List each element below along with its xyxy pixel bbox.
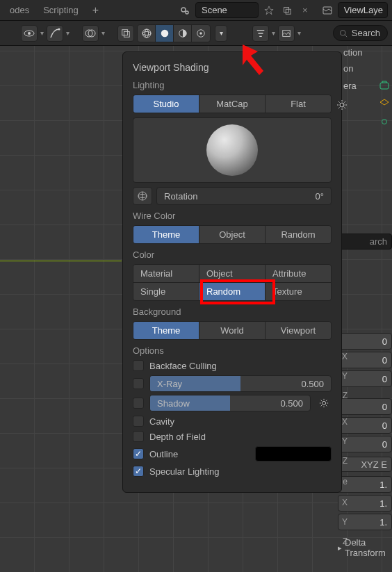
svg-point-27 [382, 120, 387, 124]
outline-color-swatch[interactable] [255, 446, 332, 461]
svg-rect-3 [286, 9, 291, 14]
wirecolor-theme-button[interactable]: Theme [133, 226, 199, 243]
axis-label: X [342, 352, 348, 361]
overlay-toggle[interactable] [82, 25, 99, 42]
svg-point-15 [161, 29, 168, 37]
axis-label: X [342, 417, 348, 427]
lighting-section-label: Lighting [133, 80, 332, 90]
filter-icon[interactable] [252, 25, 269, 42]
rotation-field[interactable]: Rotation 0° [156, 187, 332, 205]
lighting-studio-button[interactable]: Studio [133, 95, 199, 113]
axis-label: Y [342, 371, 348, 381]
color-random-button[interactable]: Random [199, 283, 266, 300]
mesh-icon[interactable] [378, 97, 391, 110]
xray-checkbox[interactable] [133, 378, 144, 389]
color-material-button[interactable]: Material [133, 265, 199, 283]
svg-point-6 [28, 32, 31, 35]
dof-checkbox[interactable] [133, 431, 144, 442]
wirecolor-object-button[interactable]: Object [199, 226, 266, 243]
preview-sphere [206, 124, 258, 176]
viewlayer-select[interactable]: ViewLaye [338, 2, 388, 18]
viewlayer-icon[interactable] [320, 3, 335, 18]
shadow-checkbox[interactable] [133, 398, 144, 409]
xray-slider[interactable]: X-Ray 0.500 [149, 375, 332, 392]
svg-point-1 [186, 11, 188, 14]
shading-solid-button[interactable] [156, 25, 174, 42]
outline-checkbox[interactable] [133, 448, 144, 459]
pin-scene-icon[interactable] [261, 3, 277, 18]
outline-label: Outline [149, 449, 178, 459]
svg-point-7 [58, 28, 60, 30]
axis-label: X [342, 498, 348, 507]
xray-toggle[interactable] [117, 25, 134, 42]
lighting-flat-button[interactable]: Flat [266, 95, 331, 113]
workspace-tab[interactable]: Scripting [38, 2, 84, 18]
background-viewport-button[interactable]: Viewport [266, 322, 331, 339]
color-object-button[interactable]: Object [199, 265, 266, 283]
scene-icon[interactable] [177, 3, 193, 18]
specular-label: Specular Lighting [149, 466, 219, 477]
outliner-fragment: ction on era [342, 44, 392, 131]
color-attribute-button[interactable]: Attribute [266, 265, 331, 283]
gizmo-dropdown[interactable] [47, 25, 63, 42]
background-row: Theme World Viewport [133, 321, 332, 340]
shading-wireframe-button[interactable] [138, 25, 156, 42]
outliner-item[interactable]: on [342, 60, 392, 76]
rotation-x-input[interactable]: 0 [338, 398, 392, 415]
collection-new-icon[interactable] [378, 79, 391, 92]
color-section-label: Color [133, 250, 332, 260]
shadow-slider-value: 0.500 [280, 398, 303, 409]
add-workspace-button[interactable]: + [87, 1, 104, 19]
shadow-slider[interactable]: Shadow 0.500 [149, 395, 311, 411]
scene-select[interactable]: Scene [195, 2, 259, 18]
svg-point-12 [142, 29, 151, 38]
backface-culling-checkbox[interactable] [133, 360, 144, 371]
close-scene-icon[interactable]: × [297, 3, 313, 18]
properties-fragment: arch X 0 Y 0 Z 0 X 0 Y 0 Z 0 e XYZ E X 1… [338, 234, 392, 558]
outliner-item[interactable]: era [342, 76, 392, 95]
outliner-item[interactable] [342, 113, 392, 131]
color-texture-button[interactable]: Texture [266, 283, 331, 300]
axis-label: Y [342, 436, 348, 446]
copy-scene-icon[interactable] [279, 3, 295, 18]
shading-material-button[interactable] [174, 25, 192, 42]
axis-label: Z [343, 537, 348, 546]
svg-point-14 [145, 29, 148, 38]
svg-point-13 [142, 31, 151, 35]
world-space-toggle[interactable] [133, 187, 152, 205]
image-display-icon[interactable] [278, 25, 295, 42]
shading-rendered-button[interactable] [192, 25, 210, 42]
axis-label: Z [343, 456, 348, 466]
studio-light-preview[interactable] [133, 117, 332, 183]
shadow-settings-button[interactable] [316, 395, 332, 411]
visibility-dropdown[interactable] [21, 25, 38, 42]
rotation-value: 0° [316, 191, 324, 202]
color-single-button[interactable]: Single [133, 283, 199, 300]
location-x-input[interactable]: 0 [338, 333, 392, 350]
lighting-mode-row: Studio MatCap Flat [133, 95, 332, 113]
shading-dropdown-button[interactable]: ▾ [215, 25, 227, 42]
wirecolor-row: Theme Object Random [133, 225, 332, 244]
specular-checkbox[interactable] [133, 466, 144, 477]
xray-slider-value: 0.500 [301, 379, 324, 389]
lighting-matcap-button[interactable]: MatCap [199, 95, 266, 113]
cavity-checkbox[interactable] [133, 416, 144, 427]
wirecolor-random-button[interactable]: Random [266, 226, 331, 243]
outliner-item[interactable]: ction [342, 44, 392, 60]
background-world-button[interactable]: World [199, 322, 266, 339]
svg-point-22 [340, 103, 344, 107]
background-theme-button[interactable]: Theme [133, 322, 199, 339]
studio-light-settings-button[interactable] [334, 97, 350, 113]
properties-search[interactable]: arch [338, 234, 392, 250]
light-icon[interactable] [378, 115, 391, 128]
popover-title: Viewport Shading [133, 62, 332, 73]
background-section-label: Background [133, 307, 332, 317]
color-mode-grid: Material Object Attribute Single Random … [133, 264, 332, 301]
svg-point-18 [199, 32, 202, 35]
outliner-search[interactable]: Search [333, 25, 388, 41]
axis-label: Y [342, 517, 348, 527]
svg-rect-11 [124, 31, 129, 37]
shading-mode-group [137, 24, 211, 42]
svg-rect-26 [380, 83, 389, 89]
workspace-tab[interactable]: odes [4, 2, 35, 18]
